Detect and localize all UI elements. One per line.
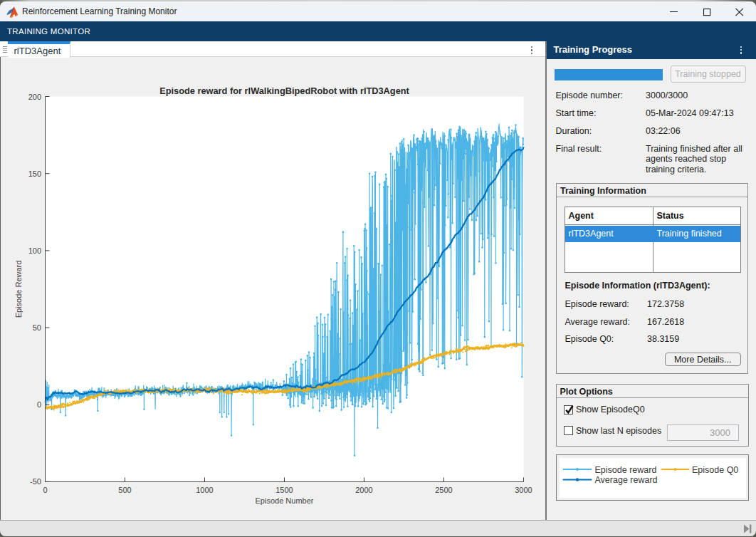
svg-text:1000: 1000 — [196, 486, 213, 494]
svg-text:Episode Q0: Episode Q0 — [692, 465, 738, 475]
svg-text:-50: -50 — [30, 477, 41, 486]
svg-text:50: 50 — [33, 323, 41, 332]
svg-text:0: 0 — [43, 486, 47, 494]
svg-text:2500: 2500 — [435, 486, 452, 494]
svg-text:200: 200 — [28, 93, 41, 101]
svg-text:Average reward: Average reward — [594, 475, 657, 485]
svg-text:3000: 3000 — [515, 486, 532, 494]
svg-text:2000: 2000 — [355, 486, 372, 494]
svg-text:Episode reward for rlWalkingBi: Episode reward for rlWalkingBipedRobot w… — [159, 85, 409, 96]
svg-text:1500: 1500 — [275, 486, 293, 494]
svg-text:500: 500 — [118, 486, 131, 494]
svg-text:0: 0 — [37, 400, 41, 409]
svg-text:150: 150 — [28, 170, 41, 178]
svg-text:Episode Number: Episode Number — [256, 496, 314, 505]
svg-text:Episode Reward: Episode Reward — [14, 261, 23, 318]
svg-text:Episode reward: Episode reward — [594, 465, 656, 475]
svg-text:100: 100 — [28, 246, 41, 255]
